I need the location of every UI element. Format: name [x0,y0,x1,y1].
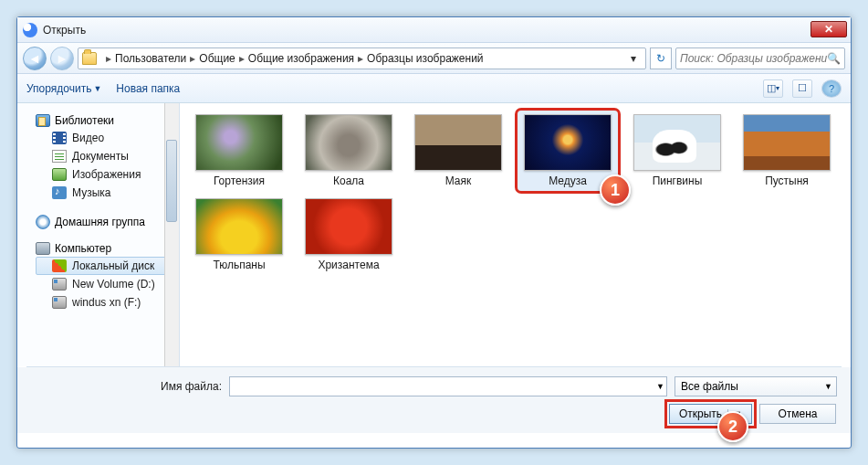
video-icon [52,132,67,144]
chevron-right-icon[interactable]: ▸ [102,52,115,65]
thumbnail [524,114,612,171]
forward-button[interactable]: ► [50,47,74,70]
thumbnail [743,114,831,171]
folder-icon [82,52,97,65]
breadcrumb-item[interactable]: Пользователи [115,52,186,65]
tree-item-music[interactable]: Музыка [36,184,175,202]
filename-label: Имя файла: [30,380,222,393]
thumbnail [305,198,392,255]
tree-item-video[interactable]: Видео [36,129,175,147]
chevron-down-icon[interactable]: ▼ [656,382,664,391]
tree-item-drive-f[interactable]: windus xn (F:) [36,293,175,312]
file-item[interactable]: Пустыня [737,111,837,191]
music-icon [52,186,67,199]
search-icon: 🔍 [827,52,841,65]
back-button[interactable]: ◄ [23,47,47,70]
annotation-callout-1: 1 [600,174,631,206]
thumbnail [414,114,502,171]
sidebar-scrollbar[interactable] [164,103,179,366]
file-list[interactable]: Гортензия Коала Маяк Медуза 1 Пингвины П… [180,103,851,366]
tree-item-local-disk[interactable]: Локальный диск [36,257,175,275]
tree-group-libraries[interactable]: Библиотеки [36,114,175,127]
scrollbar-thumb[interactable] [166,140,177,222]
chevron-right-icon[interactable]: ▸ [235,52,248,65]
thumbnail [633,114,721,171]
breadcrumb[interactable]: ▸ Пользователи ▸ Общие ▸ Общие изображен… [102,52,484,65]
dialog-body: Библиотеки Видео Документы Изображения М… [17,103,851,366]
tree-item-documents[interactable]: Документы [36,147,175,165]
file-item[interactable]: Пингвины [627,111,727,191]
file-item[interactable]: Маяк [408,111,508,191]
file-item[interactable]: Хризантема [298,195,399,275]
chevron-right-icon[interactable]: ▸ [186,52,199,65]
image-icon [52,168,67,181]
new-folder-button[interactable]: Новая папка [116,82,180,95]
tree-item-drive-d[interactable]: New Volume (D:) [36,275,175,293]
address-dropdown[interactable]: ▾ [625,52,642,65]
cancel-button[interactable]: Отмена [759,404,836,424]
tree-group-computer[interactable]: Компьютер [36,242,175,255]
tree-item-images[interactable]: Изображения [36,165,175,184]
search-box[interactable]: 🔍 [675,48,845,69]
help-button[interactable]: ? [821,79,842,98]
file-item-selected[interactable]: Медуза 1 [518,111,618,191]
filename-input[interactable]: ▼ [229,376,667,396]
breadcrumb-item[interactable]: Образцы изображений [367,52,483,65]
organize-menu[interactable]: Упорядочить ▼ [26,82,101,95]
toolbar: Упорядочить ▼ Новая папка ◫▾ ☐ ? [17,74,851,103]
chrome-icon [23,23,37,37]
hdd-icon [52,278,67,291]
breadcrumb-item[interactable]: Общие [199,52,235,65]
thumbnail [195,114,283,171]
file-item[interactable]: Гортензия [189,111,289,191]
view-mode-button[interactable]: ◫▾ [763,79,783,98]
thumbnail [195,198,283,255]
search-input[interactable] [680,52,827,65]
chevron-right-icon[interactable]: ▸ [354,52,367,65]
chevron-down-icon: ▼ [93,84,101,93]
chevron-down-icon[interactable]: ▼ [824,382,832,391]
close-button[interactable]: ✕ [810,21,847,37]
libraries-icon [36,114,50,127]
navigation-pane: Библиотеки Видео Документы Изображения М… [17,103,180,366]
breadcrumb-item[interactable]: Общие изображения [248,52,354,65]
windows-drive-icon [52,259,67,272]
preview-pane-button[interactable]: ☐ [792,79,812,98]
computer-icon [36,242,50,255]
document-icon [52,150,67,163]
address-bar[interactable]: ▸ Пользователи ▸ Общие ▸ Общие изображен… [78,48,646,69]
hdd-icon [52,296,67,309]
homegroup-icon [36,215,50,229]
annotation-callout-2: 2 [717,411,748,442]
file-type-filter[interactable]: Все файлы ▼ [675,376,837,396]
tree-group-homegroup[interactable]: Домашняя группа [36,215,175,229]
thumbnail [305,114,392,171]
nav-bar: ◄ ► ▸ Пользователи ▸ Общие ▸ Общие изобр… [17,43,851,74]
refresh-button[interactable]: ↻ [650,48,672,69]
open-file-dialog: Открыть ✕ ◄ ► ▸ Пользователи ▸ Общие ▸ О… [16,16,852,449]
dialog-footer: Имя файла: ▼ Все файлы ▼ Открыть ▼ Отмен… [17,367,851,433]
titlebar: Открыть ✕ [17,17,851,43]
file-item[interactable]: Коала [298,111,399,191]
file-item[interactable]: Тюльпаны [189,195,289,275]
window-title: Открыть [43,24,86,37]
